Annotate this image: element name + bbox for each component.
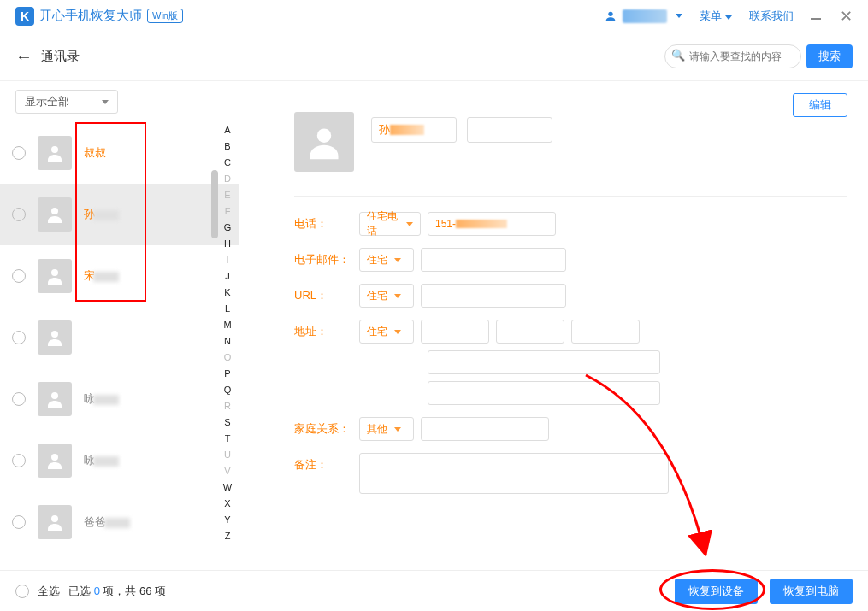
url-type-select[interactable]: 住宅	[359, 284, 414, 308]
select-radio[interactable]	[12, 331, 26, 344]
select-all-label[interactable]: 全选	[38, 584, 60, 599]
svg-point-1	[51, 146, 58, 153]
app-title: 开心手机恢复大师	[39, 8, 142, 24]
avatar-large	[294, 112, 354, 172]
phone-type-select[interactable]: 住宅电话	[359, 212, 421, 236]
svg-point-6	[51, 454, 58, 461]
scrollbar-thumb[interactable]	[211, 170, 218, 238]
avatar-icon	[38, 505, 72, 539]
contact-item[interactable]: 爸爸	[0, 491, 239, 553]
toolbar: ← 通讯录 🔍 搜索	[0, 32, 868, 80]
address-input-3[interactable]	[571, 320, 640, 344]
address-type-select[interactable]: 住宅	[359, 320, 414, 344]
contact-list[interactable]: 叔叔 孙 宋 咏	[0, 122, 239, 570]
app-logo: K	[15, 7, 34, 26]
select-radio[interactable]	[12, 269, 26, 283]
filter-select[interactable]: 显示全部	[15, 90, 118, 114]
last-name-field[interactable]: 孙	[371, 117, 457, 143]
close-button[interactable]: ✕	[840, 9, 853, 24]
restore-to-computer-button[interactable]: 恢复到电脑	[770, 579, 853, 604]
address-input-4[interactable]	[428, 350, 660, 374]
first-name-field[interactable]	[467, 117, 552, 143]
contact-name: 咏	[84, 453, 119, 468]
address-input-2[interactable]	[496, 320, 564, 344]
avatar-icon	[38, 444, 72, 478]
minimize-button[interactable]	[811, 18, 821, 20]
chevron-down-icon	[676, 14, 682, 18]
contact-item[interactable]: 叔叔	[0, 122, 239, 184]
contact-name: 咏	[84, 391, 119, 407]
contact-item[interactable]: 咏	[0, 430, 239, 491]
search-button[interactable]: 搜索	[806, 44, 853, 68]
edit-button[interactable]: 编辑	[793, 93, 847, 117]
avatar-icon	[38, 259, 72, 293]
user-icon	[604, 9, 617, 23]
chevron-down-icon	[725, 15, 732, 20]
remark-textarea[interactable]	[359, 453, 669, 494]
contact-list-pane: 显示全部 叔叔 孙 宋	[0, 81, 239, 570]
select-radio[interactable]	[12, 208, 26, 221]
titlebar: K 开心手机恢复大师 Win版 菜单 联系我们 ✕	[0, 0, 868, 32]
search-input[interactable]	[664, 44, 801, 68]
avatar-icon	[38, 197, 72, 232]
select-radio[interactable]	[12, 146, 26, 160]
remark-label: 备注：	[294, 453, 359, 473]
win-badge: Win版	[147, 9, 183, 23]
filter-label: 显示全部	[25, 94, 69, 109]
contact-name: 宋	[84, 268, 119, 284]
contact-name: 孙	[84, 207, 119, 222]
search-icon: 🔍	[671, 49, 685, 62]
family-label: 家庭关系：	[294, 417, 359, 437]
restore-to-device-button[interactable]: 恢复到设备	[675, 579, 758, 604]
user-menu[interactable]	[604, 9, 682, 23]
select-radio[interactable]	[12, 515, 26, 529]
contact-name: 爸爸	[84, 514, 130, 530]
email-input[interactable]	[421, 248, 566, 272]
contact-detail-pane: 编辑 孙 电话： 住宅电话 151- 电子邮件： 住宅 URL：	[239, 81, 868, 570]
footer: 全选 已选 0 项，共 66 项 恢复到设备 恢复到电脑	[0, 570, 868, 611]
phone-input[interactable]: 151-	[428, 212, 556, 236]
page-title: 通讯录	[41, 49, 80, 65]
email-label: 电子邮件：	[294, 248, 359, 267]
contact-item[interactable]: 宋	[0, 245, 239, 307]
contact-item[interactable]	[0, 307, 239, 368]
selection-count: 已选 0 项，共 66 项	[68, 584, 166, 599]
svg-point-8	[317, 128, 332, 143]
family-input[interactable]	[421, 417, 549, 441]
avatar-icon	[38, 136, 72, 170]
select-all-radio[interactable]	[15, 585, 29, 598]
url-label: URL：	[294, 284, 359, 303]
phone-label: 电话：	[294, 212, 359, 232]
alphabet-index[interactable]: A B C D E F G H I J K L M N O P Q R S T …	[220, 122, 235, 544]
address-label: 地址：	[294, 320, 359, 339]
url-input[interactable]	[421, 284, 566, 308]
select-radio[interactable]	[12, 454, 26, 467]
svg-point-0	[608, 11, 612, 15]
chevron-down-icon	[102, 100, 109, 104]
back-button[interactable]: ←	[15, 47, 32, 67]
contact-name: 叔叔	[84, 145, 106, 161]
svg-point-4	[51, 331, 58, 338]
svg-point-7	[51, 515, 58, 522]
avatar-icon	[38, 320, 72, 355]
contact-item[interactable]: 孙	[0, 184, 239, 245]
select-radio[interactable]	[12, 392, 26, 406]
contact-item[interactable]: 咏	[0, 368, 239, 430]
svg-point-5	[51, 392, 58, 399]
avatar-icon	[38, 382, 72, 416]
svg-point-3	[51, 269, 58, 276]
svg-point-2	[51, 208, 58, 214]
contact-us-link[interactable]: 联系我们	[749, 9, 794, 24]
menu-dropdown[interactable]: 菜单	[700, 9, 732, 24]
family-type-select[interactable]: 其他	[359, 417, 414, 441]
address-input-1[interactable]	[421, 320, 489, 344]
address-input-5[interactable]	[428, 381, 660, 405]
email-type-select[interactable]: 住宅	[359, 248, 414, 272]
